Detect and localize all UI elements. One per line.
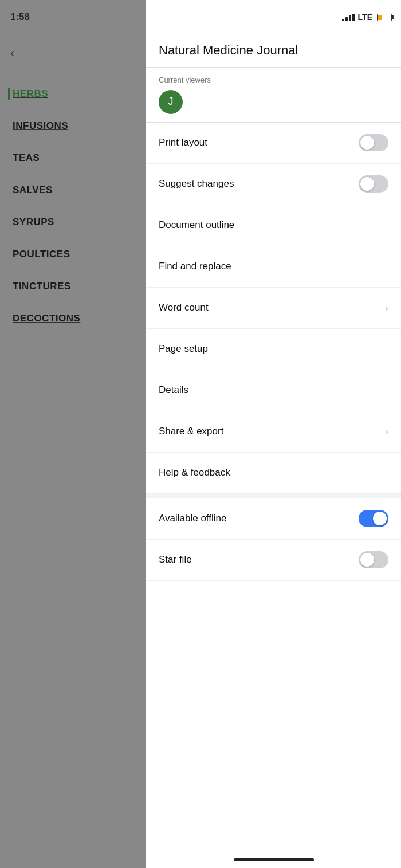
document-outline-label: Document outline	[159, 219, 234, 231]
viewer-avatar: J	[159, 90, 183, 114]
sidebar-item-infusions[interactable]: INFUSIONS	[0, 110, 146, 142]
share-export-label: Share & export	[159, 426, 223, 437]
bar4	[352, 14, 355, 21]
sidebar-nav: HERBS INFUSIONS TEAS SALVES SYRUPS POULT…	[0, 66, 146, 868]
home-indicator	[234, 858, 314, 861]
sidebar-time: 1:58	[10, 11, 30, 23]
toggle-knob	[360, 553, 374, 567]
page-setup-label: Page setup	[159, 343, 208, 355]
sidebar: 1:58 ‹ HERBS INFUSIONS TEAS SALVES SYRUP…	[0, 0, 146, 868]
bar1	[342, 19, 344, 21]
back-chevron-icon: ‹	[10, 46, 14, 61]
menu-item-page-setup[interactable]: Page setup	[146, 329, 401, 370]
help-feedback-label: Help & feedback	[159, 467, 230, 478]
menu-item-word-count[interactable]: Word count ›	[146, 288, 401, 329]
menu-item-details[interactable]: Details	[146, 370, 401, 411]
find-replace-label: Find and replace	[159, 261, 231, 272]
main-panel: LTE Natural Medicine Journal Current vie…	[146, 0, 401, 868]
sidebar-item-teas[interactable]: TEAS	[0, 142, 146, 174]
menu-item-available-offline[interactable]: Available offline	[146, 498, 401, 540]
battery-fill	[378, 15, 382, 20]
sidebar-item-salves[interactable]: SALVES	[0, 174, 146, 206]
back-button[interactable]: ‹	[0, 34, 146, 66]
print-layout-label: Print layout	[159, 137, 207, 148]
status-bar: LTE	[146, 0, 401, 34]
viewers-section: Current viewers J	[146, 68, 401, 123]
details-label: Details	[159, 384, 188, 396]
menu-item-star-file[interactable]: Star file	[146, 540, 401, 581]
suggest-changes-toggle[interactable]	[359, 175, 388, 193]
sidebar-item-syrups[interactable]: SYRUPS	[0, 206, 146, 238]
available-offline-label: Available offline	[159, 513, 226, 524]
toggle-knob	[360, 136, 374, 150]
bar2	[345, 17, 348, 21]
star-file-label: Star file	[159, 554, 192, 565]
sidebar-item-decoctions[interactable]: DECOCTIONS	[0, 303, 146, 335]
sidebar-item-tinctures[interactable]: TINCTURES	[0, 270, 146, 303]
menu-item-share-export[interactable]: Share & export ›	[146, 411, 401, 453]
toggle-knob	[373, 512, 387, 525]
document-title: Natural Medicine Journal	[159, 42, 388, 59]
toggle-knob	[360, 177, 374, 191]
menu-section: Print layout Suggest changes Document ou…	[146, 123, 401, 868]
available-offline-toggle[interactable]	[359, 510, 388, 527]
viewers-label: Current viewers	[159, 76, 388, 84]
print-layout-toggle[interactable]	[359, 134, 388, 151]
suggest-changes-label: Suggest changes	[159, 178, 234, 190]
share-export-chevron-icon: ›	[385, 426, 388, 438]
sidebar-status-bar: 1:58	[0, 0, 146, 34]
word-count-chevron-icon: ›	[385, 302, 388, 314]
menu-item-suggest-changes[interactable]: Suggest changes	[146, 164, 401, 205]
sidebar-item-herbs[interactable]: HERBS	[0, 78, 146, 110]
menu-item-find-replace[interactable]: Find and replace	[146, 246, 401, 288]
menu-item-document-outline[interactable]: Document outline	[146, 205, 401, 246]
signal-bars-icon	[342, 13, 355, 21]
lte-label: LTE	[358, 13, 372, 22]
sidebar-item-poultices[interactable]: POULTICES	[0, 238, 146, 270]
battery-icon	[377, 14, 392, 21]
document-title-row: Natural Medicine Journal	[146, 34, 401, 68]
section-divider	[146, 494, 401, 498]
bar3	[349, 15, 351, 21]
star-file-toggle[interactable]	[359, 551, 388, 568]
word-count-label: Word count	[159, 302, 209, 313]
menu-item-help-feedback[interactable]: Help & feedback	[146, 453, 401, 494]
menu-item-print-layout[interactable]: Print layout	[146, 123, 401, 164]
